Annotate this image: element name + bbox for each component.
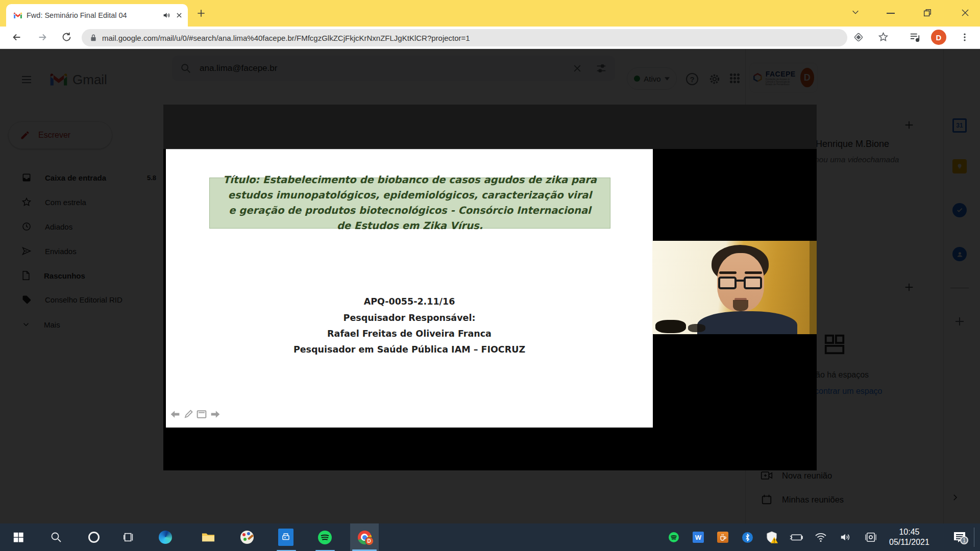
prev-arrow-icon: [170, 410, 180, 419]
show-desktop-divider[interactable]: [974, 528, 974, 547]
browser-tab[interactable]: Fwd: Seminário Final Edital 04: [6, 4, 188, 27]
new-tab-button[interactable]: [196, 8, 206, 18]
tab-title-fade: [137, 9, 155, 22]
browser-menu-icon[interactable]: [960, 32, 970, 43]
notification-center-icon[interactable]: 1: [947, 523, 972, 551]
volume-icon[interactable]: [836, 523, 854, 551]
reload-button[interactable]: [61, 32, 72, 42]
tab-search-chevron-icon[interactable]: [851, 9, 860, 15]
presentation-slide: Título: Estabelecimento de biobanco de c…: [166, 149, 653, 428]
extension-icon[interactable]: [853, 32, 864, 42]
browser-toolbar: mail.google.com/mail/u/0/#search/ana.lim…: [0, 27, 980, 49]
media-controls-icon[interactable]: [910, 32, 921, 42]
file-explorer-icon[interactable]: [196, 523, 220, 551]
tab-audio-icon[interactable]: [162, 11, 170, 19]
lock-icon[interactable]: [90, 34, 97, 42]
task-view-icon[interactable]: [116, 523, 141, 551]
window-minimize-button[interactable]: [886, 12, 895, 14]
slide-line-1: APQ-0055-2.11/16: [166, 296, 653, 307]
notification-badge: 1: [960, 536, 968, 544]
slide-line-4: Pesquisador em Saúde Pública IAM – FIOCR…: [166, 344, 653, 355]
glasses-right-lens: [744, 277, 762, 289]
cortana-icon[interactable]: [82, 523, 106, 551]
person-shoulders: [697, 311, 797, 334]
waves-audio-icon[interactable]: W: [689, 523, 707, 551]
url-bar[interactable]: mail.google.com/mail/u/0/#search/ana.lim…: [82, 29, 847, 46]
bookmark-star-icon[interactable]: [878, 32, 889, 42]
attachment-preview-image[interactable]: Título: Estabelecimento de biobanco de c…: [163, 105, 817, 470]
spotify-tray-icon[interactable]: [665, 523, 683, 551]
url-text: mail.google.com/mail/u/0/#search/ana.lim…: [102, 34, 470, 42]
slide-title-text: Título: Estabelecimento de biobanco de c…: [223, 172, 597, 234]
back-button[interactable]: [11, 32, 22, 43]
doorframe-shadow: [810, 241, 817, 334]
slide-line-3: Rafael Freitas de Oliveira Franca: [166, 329, 653, 339]
start-button[interactable]: [6, 523, 31, 551]
right-eyebrow: [745, 271, 762, 274]
slide-nav-controls: [170, 410, 220, 419]
clock-date: 05/11/2021: [889, 537, 929, 547]
next-arrow-icon: [210, 410, 220, 419]
screen-icon: [197, 410, 207, 419]
slide-line-2: Pesquisador Responsável:: [166, 313, 653, 323]
gmail-page: Gmail ana.lima@facepe.br Ativo ?: [0, 49, 980, 523]
webcam-thumbnail: [652, 241, 817, 334]
chrome-taskbar-icon[interactable]: D: [350, 523, 379, 551]
desk-clutter-2: [688, 324, 705, 332]
window-close-button[interactable]: [961, 8, 970, 17]
java-update-icon[interactable]: [714, 523, 732, 551]
edge-icon[interactable]: [153, 523, 178, 551]
forward-button[interactable]: [37, 32, 48, 43]
slide-title-box: Título: Estabelecimento de biobanco de c…: [209, 178, 610, 229]
wifi-icon[interactable]: [812, 523, 830, 551]
glasses-left-lens: [718, 277, 737, 289]
preview-top-band: [163, 105, 817, 149]
left-eyebrow: [719, 271, 737, 274]
taskbar-clock[interactable]: 10:45 05/11/2021: [889, 523, 929, 551]
taskbar-search-icon[interactable]: [44, 523, 68, 551]
window-restore-button[interactable]: [923, 8, 932, 17]
glasses-bridge: [737, 280, 745, 282]
chrome-profile-badge: D: [365, 537, 374, 545]
browser-titlebar: Fwd: Seminário Final Edital 04: [0, 0, 980, 27]
battery-icon[interactable]: [787, 523, 805, 551]
desk-clutter: [655, 320, 686, 333]
spotify-taskbar-icon[interactable]: [312, 523, 337, 551]
person-face: [717, 253, 764, 311]
pen-icon: [184, 410, 193, 419]
bluetooth-icon[interactable]: [738, 523, 756, 551]
clock-time: 10:45: [899, 527, 919, 537]
screen: Fwd: Seminário Final Edital 04: [0, 0, 980, 551]
paint-app-icon[interactable]: [235, 523, 259, 551]
windows-taskbar: D W: [0, 523, 980, 551]
browser-profile-avatar[interactable]: D: [931, 30, 946, 45]
defender-shield-icon[interactable]: [763, 523, 781, 551]
scanner-app-icon[interactable]: [274, 523, 298, 551]
tab-close-icon[interactable]: [176, 12, 183, 19]
gmail-favicon-icon: [13, 12, 22, 19]
camera-device-icon[interactable]: [862, 523, 880, 551]
goatee: [733, 300, 748, 311]
